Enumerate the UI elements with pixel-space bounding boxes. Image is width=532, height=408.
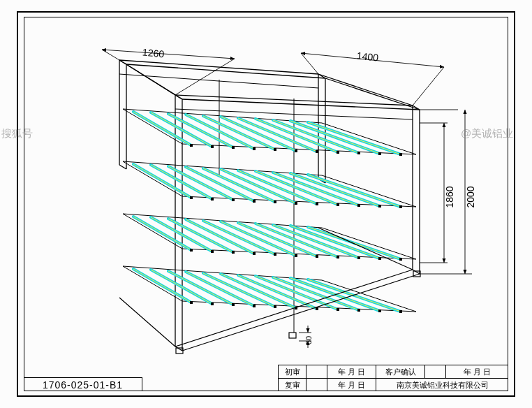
tb-r1c3: 年 月 日 — [327, 365, 376, 378]
svg-rect-61 — [316, 203, 318, 205]
svg-rect-30 — [357, 152, 360, 154]
svg-rect-89 — [211, 250, 214, 253]
svg-rect-123 — [232, 303, 235, 306]
svg-rect-29 — [337, 151, 339, 154]
svg-rect-56 — [211, 198, 214, 201]
tb-r2c1: 复审 — [278, 378, 306, 391]
svg-line-12 — [151, 112, 212, 147]
dim-outer-height: 2000 — [465, 186, 476, 207]
guard-rails — [119, 74, 413, 119]
svg-rect-93 — [295, 254, 297, 257]
dim-inner-height: 1860 — [444, 186, 455, 207]
svg-rect-59 — [274, 201, 276, 203]
svg-rect-24 — [232, 146, 235, 149]
svg-rect-92 — [274, 253, 276, 256]
drawing-canvas: 1260 1400 1860 2000 60 — [25, 18, 507, 367]
svg-rect-65 — [399, 205, 402, 208]
svg-line-111 — [151, 270, 212, 304]
tb-company: 南京美诚铝业科技有限公司 — [376, 378, 508, 391]
part-number-block: 1706-025-01-B1 — [24, 377, 142, 391]
svg-rect-124 — [253, 305, 256, 307]
svg-rect-31 — [378, 152, 381, 155]
part-number: 1706-025-01-B1 — [43, 379, 123, 391]
title-block: 初审 年 月 日 客户确认 年 月 日 复审 年 月 日 南京美诚铝业科技有限公… — [278, 365, 508, 391]
drawing-sheet: 1260 1400 1860 2000 60 1706-025-01-B1 初审… — [17, 11, 515, 397]
tb-r2c3: 年 月 日 — [327, 378, 376, 391]
svg-line-138 — [301, 53, 318, 74]
tb-r1c5 — [424, 365, 445, 378]
svg-rect-26 — [274, 148, 276, 151]
dim-foot: 60 — [304, 336, 313, 344]
tb-r1c6: 年 月 日 — [445, 365, 508, 378]
svg-rect-60 — [295, 202, 297, 205]
svg-rect-122 — [211, 303, 214, 305]
svg-rect-131 — [399, 310, 402, 313]
svg-rect-97 — [378, 257, 381, 260]
dim-width: 1400 — [356, 50, 379, 63]
isometric-rack-svg — [25, 18, 507, 367]
svg-rect-121 — [190, 301, 193, 304]
svg-rect-129 — [357, 309, 360, 312]
tb-r1c1: 初审 — [278, 365, 306, 378]
svg-rect-96 — [357, 256, 360, 259]
tb-r2c2 — [306, 378, 327, 391]
svg-line-135 — [102, 50, 119, 60]
svg-rect-23 — [211, 145, 214, 148]
svg-rect-94 — [316, 255, 318, 258]
svg-line-78 — [151, 217, 212, 252]
svg-rect-55 — [190, 196, 193, 199]
svg-rect-25 — [253, 147, 256, 150]
dim-depth: 1260 — [142, 47, 164, 60]
svg-line-45 — [151, 165, 212, 199]
svg-rect-95 — [337, 256, 339, 258]
svg-rect-27 — [295, 150, 297, 152]
tb-r1c4: 客户确认 — [376, 365, 424, 378]
svg-rect-32 — [399, 153, 402, 156]
svg-rect-90 — [232, 251, 235, 254]
svg-rect-98 — [399, 258, 402, 261]
svg-rect-62 — [337, 203, 339, 206]
tb-r1c2 — [306, 365, 327, 378]
svg-rect-58 — [253, 200, 256, 203]
svg-line-136 — [175, 59, 235, 95]
svg-rect-22 — [190, 144, 193, 147]
svg-rect-64 — [378, 205, 381, 207]
svg-rect-63 — [357, 204, 360, 207]
svg-rect-28 — [316, 150, 318, 153]
svg-rect-91 — [253, 252, 256, 255]
svg-rect-134 — [289, 333, 296, 338]
svg-line-137 — [102, 50, 235, 59]
svg-rect-130 — [378, 309, 381, 312]
svg-rect-88 — [190, 249, 193, 252]
svg-rect-125 — [274, 305, 276, 308]
svg-rect-128 — [337, 308, 339, 311]
svg-line-139 — [413, 67, 444, 105]
svg-rect-57 — [232, 198, 235, 201]
